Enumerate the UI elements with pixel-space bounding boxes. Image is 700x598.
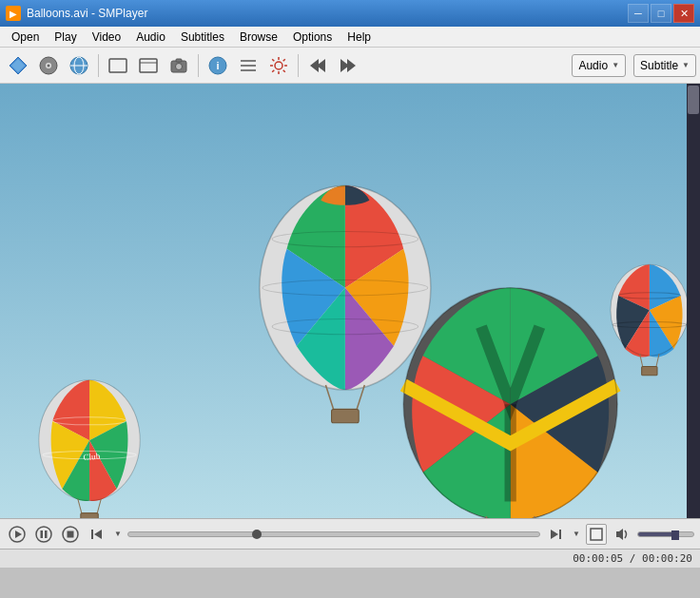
svg-rect-8: [109, 59, 126, 72]
open-file-button[interactable]: [4, 52, 32, 79]
video-scrollbar-thumb[interactable]: [688, 86, 699, 114]
controls-bar: ▼ ▼: [0, 518, 700, 549]
toolbar-sep-3: [298, 54, 299, 77]
svg-rect-75: [68, 530, 74, 537]
svg-marker-76: [94, 530, 102, 539]
seek-bar[interactable]: [127, 531, 540, 537]
statusbar: 00:00:05 / 00:00:20: [0, 549, 700, 568]
app-icon: ▶: [6, 6, 21, 21]
toolbar-sep-2: [198, 54, 199, 77]
menu-video[interactable]: Video: [85, 27, 128, 47]
svg-rect-80: [591, 529, 602, 540]
svg-marker-81: [616, 529, 623, 540]
menubar: Open Play Video Audio Subtitles Browse O…: [0, 27, 700, 48]
svg-marker-1: [11, 59, 25, 72]
video-content: Club: [0, 84, 700, 518]
svg-marker-78: [551, 530, 558, 539]
menu-open[interactable]: Open: [4, 27, 47, 47]
svg-rect-68: [642, 367, 657, 376]
titlebar: ▶ Balloons.avi - SMPlayer ─ □ ✕: [0, 0, 700, 27]
subtitle-dropdown-arrow: ▼: [682, 61, 690, 69]
video-area: Club: [0, 84, 700, 518]
menu-subtitles[interactable]: Subtitles: [173, 27, 232, 47]
next-dropdown-arrow[interactable]: ▼: [571, 523, 582, 546]
prev-track-button[interactable]: [303, 52, 332, 79]
svg-rect-73: [45, 530, 48, 538]
svg-line-25: [283, 69, 285, 71]
toolbar-sep-1: [98, 54, 99, 77]
prev-dropdown-arrow[interactable]: ▼: [112, 523, 124, 546]
svg-text:i: i: [216, 60, 219, 71]
menu-options[interactable]: Options: [285, 27, 340, 47]
open-disc-button[interactable]: [34, 52, 63, 79]
svg-line-27: [272, 69, 274, 71]
maximize-button[interactable]: □: [651, 4, 671, 23]
info-button[interactable]: i: [204, 52, 232, 79]
volume-bar[interactable]: [637, 531, 694, 537]
svg-point-71: [36, 527, 51, 542]
svg-rect-60: [81, 513, 98, 518]
subtitle-dropdown[interactable]: Subtitle ▼: [633, 54, 696, 77]
preferences-button[interactable]: [264, 52, 293, 79]
playlist-button[interactable]: [234, 52, 262, 79]
svg-line-24: [272, 59, 274, 61]
svg-rect-72: [41, 530, 44, 538]
screenshot-button[interactable]: [165, 52, 193, 79]
menu-play[interactable]: Play: [47, 27, 84, 47]
audio-dropdown-arrow: ▼: [612, 61, 619, 69]
svg-text:Club: Club: [83, 452, 101, 463]
svg-rect-9: [140, 59, 157, 72]
next-track-button[interactable]: [334, 52, 362, 79]
volume-icon[interactable]: [611, 523, 633, 546]
window-mode-button[interactable]: [104, 52, 132, 79]
svg-marker-31: [347, 59, 356, 72]
audio-dropdown[interactable]: Audio ▼: [572, 54, 626, 77]
open-url-button[interactable]: [65, 52, 93, 79]
svg-rect-45: [332, 409, 360, 422]
play-button[interactable]: [6, 523, 29, 546]
time-display: 00:00:05 / 00:00:20: [573, 552, 692, 565]
subtitle-dropdown-label: Subtitle: [640, 59, 678, 72]
volume-fill: [638, 532, 674, 536]
stop-button[interactable]: [59, 523, 82, 546]
pause-button[interactable]: [32, 523, 55, 546]
seek-thumb[interactable]: [252, 530, 262, 539]
svg-line-26: [283, 59, 285, 61]
minimize-button[interactable]: ─: [628, 4, 649, 23]
prev-button[interactable]: [86, 523, 108, 546]
svg-point-19: [275, 62, 282, 69]
menu-browse[interactable]: Browse: [232, 27, 285, 47]
audio-dropdown-label: Audio: [578, 59, 608, 72]
next-button[interactable]: [544, 523, 567, 546]
svg-marker-70: [15, 530, 22, 538]
aspect-button[interactable]: [586, 524, 607, 545]
svg-point-12: [176, 63, 183, 69]
volume-thumb[interactable]: [671, 530, 679, 540]
video-scrollbar[interactable]: [687, 84, 700, 518]
menu-audio[interactable]: Audio: [128, 27, 173, 47]
fullscreen-toggle-button[interactable]: [134, 52, 163, 79]
close-button[interactable]: ✕: [673, 4, 694, 23]
window-title: Balloons.avi - SMPlayer: [27, 7, 628, 20]
svg-rect-13: [176, 59, 182, 62]
toolbar: i: [0, 48, 700, 84]
menu-help[interactable]: Help: [340, 27, 379, 47]
svg-point-4: [48, 64, 50, 67]
window-controls: ─ □ ✕: [628, 4, 694, 23]
